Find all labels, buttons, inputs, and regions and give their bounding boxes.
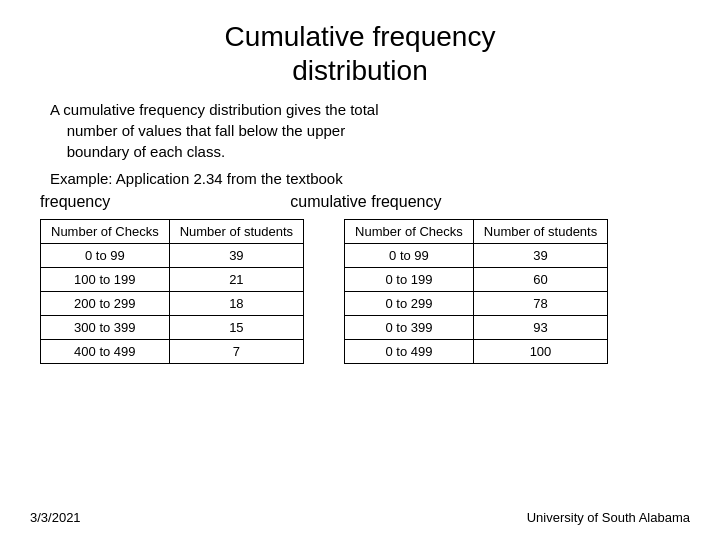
freq-col1-header: Number of Checks <box>41 220 170 244</box>
cum-students-cell: 39 <box>473 244 607 268</box>
footer: 3/3/2021 University of South Alabama <box>30 500 690 525</box>
cum-checks-cell: 0 to 399 <box>345 316 474 340</box>
title-line1: Cumulative frequency <box>225 21 496 52</box>
frequency-label: frequency <box>40 193 110 211</box>
example-label: Example: Application 2.34 from the textb… <box>30 170 690 187</box>
table-row: 0 to 9939 <box>345 244 608 268</box>
cum-frequency-table: Number of Checks Number of students 0 to… <box>344 219 608 364</box>
table-row: 0 to 19960 <box>345 268 608 292</box>
cum-students-cell: 100 <box>473 340 607 364</box>
freq-checks-cell: 400 to 499 <box>41 340 170 364</box>
freq-checks-cell: 300 to 399 <box>41 316 170 340</box>
table-row: 300 to 39915 <box>41 316 304 340</box>
cum-col2-header: Number of students <box>473 220 607 244</box>
freq-checks-cell: 0 to 99 <box>41 244 170 268</box>
subtitle-text: A cumulative frequency distribution give… <box>30 99 690 162</box>
cum-table-header-row: Number of Checks Number of students <box>345 220 608 244</box>
freq-col2-header: Number of students <box>169 220 303 244</box>
cum-students-cell: 78 <box>473 292 607 316</box>
freq-checks-cell: 100 to 199 <box>41 268 170 292</box>
title: Cumulative frequency distribution <box>30 20 690 87</box>
freq-students-cell: 21 <box>169 268 303 292</box>
table-row: 0 to 39993 <box>345 316 608 340</box>
table-row: 0 to 499100 <box>345 340 608 364</box>
cum-students-cell: 93 <box>473 316 607 340</box>
cumulative-frequency-label: cumulative frequency <box>290 193 441 211</box>
cum-col1-header: Number of Checks <box>345 220 474 244</box>
freq-students-cell: 39 <box>169 244 303 268</box>
page: Cumulative frequency distribution A cumu… <box>0 0 720 540</box>
footer-university: University of South Alabama <box>527 510 690 525</box>
cum-checks-cell: 0 to 199 <box>345 268 474 292</box>
frequency-table-section: Number of Checks Number of students 0 to… <box>40 219 304 364</box>
labels-row: frequency cumulative frequency <box>30 193 690 211</box>
cum-checks-cell: 0 to 499 <box>345 340 474 364</box>
cum-checks-cell: 0 to 299 <box>345 292 474 316</box>
freq-table-header-row: Number of Checks Number of students <box>41 220 304 244</box>
freq-students-cell: 18 <box>169 292 303 316</box>
freq-students-cell: 15 <box>169 316 303 340</box>
cum-students-cell: 60 <box>473 268 607 292</box>
footer-date: 3/3/2021 <box>30 510 81 525</box>
title-line2: distribution <box>292 55 427 86</box>
freq-students-cell: 7 <box>169 340 303 364</box>
cum-checks-cell: 0 to 99 <box>345 244 474 268</box>
frequency-table: Number of Checks Number of students 0 to… <box>40 219 304 364</box>
table-row: 100 to 19921 <box>41 268 304 292</box>
freq-checks-cell: 200 to 299 <box>41 292 170 316</box>
table-row: 200 to 29918 <box>41 292 304 316</box>
table-row: 400 to 4997 <box>41 340 304 364</box>
table-row: 0 to 9939 <box>41 244 304 268</box>
tables-row: Number of Checks Number of students 0 to… <box>30 219 690 364</box>
cum-frequency-table-section: Number of Checks Number of students 0 to… <box>344 219 608 364</box>
table-row: 0 to 29978 <box>345 292 608 316</box>
